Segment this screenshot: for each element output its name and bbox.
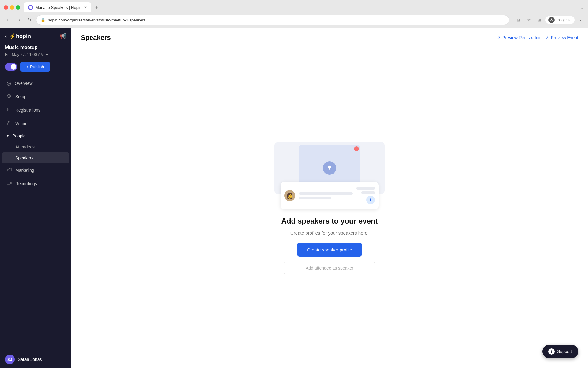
sidebar-section-people[interactable]: ▾ People bbox=[2, 130, 69, 141]
browser-action-buttons: ⊡ ☆ ⊞ Incognito ⋮ bbox=[514, 15, 584, 25]
browser-controls: ← → ↻ 🔒 hopin.com/organisers/events/musi… bbox=[0, 12, 588, 28]
registrations-icon bbox=[7, 107, 12, 113]
setup-icon bbox=[7, 94, 12, 100]
sidebar-item-registrations[interactable]: Registrations bbox=[2, 103, 69, 117]
recordings-label: Recordings bbox=[15, 181, 37, 186]
incognito-button[interactable]: Incognito bbox=[545, 16, 575, 24]
new-window-btn[interactable]: ⌄ bbox=[580, 5, 584, 10]
event-name: Music meetup bbox=[5, 45, 66, 50]
publish-row: ↑ Publish bbox=[0, 62, 71, 77]
illus-mic-btn: 🎙 bbox=[323, 161, 336, 175]
illus-bar-1 bbox=[356, 187, 375, 190]
attendees-label: Attendees bbox=[15, 144, 35, 149]
empty-state-title: Add speakers to your event bbox=[281, 217, 378, 225]
empty-state-subtitle: Create profiles for your speakers here. bbox=[290, 230, 369, 236]
event-more-options-btn[interactable]: ··· bbox=[46, 52, 50, 57]
publish-button[interactable]: ↑ Publish bbox=[20, 62, 50, 72]
browser-nav-buttons: ← → ↻ bbox=[4, 15, 34, 25]
browser-tabs: Manage Speakers | Hopin ✕ + ⌄ bbox=[0, 0, 588, 12]
sidebar-item-setup[interactable]: Setup bbox=[2, 90, 69, 103]
notification-btn[interactable]: 📢 bbox=[59, 33, 66, 40]
support-label: Support bbox=[557, 349, 572, 354]
hopin-logo: ⚡hopin bbox=[9, 33, 34, 40]
people-section-label: People bbox=[12, 133, 26, 138]
publish-label: Publish bbox=[30, 64, 44, 69]
browser-more-btn[interactable]: ⋮ bbox=[576, 15, 584, 25]
new-tab-button[interactable]: + bbox=[92, 3, 101, 12]
recordings-icon bbox=[7, 181, 12, 187]
sidebar-header: ‹ ⚡hopin 📢 bbox=[0, 28, 71, 42]
preview-event-btn[interactable]: ↗ Preview Event bbox=[545, 35, 578, 40]
marketing-label: Marketing bbox=[15, 168, 34, 173]
preview-registration-btn[interactable]: ↗ Preview Registration bbox=[497, 35, 541, 40]
event-date: Fri, May 27, 11:00 AM ··· bbox=[5, 52, 66, 57]
user-avatar: SJ bbox=[5, 355, 15, 364]
main-header: Speakers ↗ Preview Registration ↗ Previe… bbox=[71, 28, 588, 48]
preview-registration-icon: ↗ bbox=[497, 35, 500, 40]
address-bar[interactable]: 🔒 hopin.com/organisers/events/music-meet… bbox=[36, 15, 509, 25]
user-initials: SJ bbox=[7, 357, 12, 362]
illus-recording-dot bbox=[354, 146, 359, 151]
tabs-right-controls: ⌄ bbox=[580, 5, 584, 10]
close-traffic-light[interactable] bbox=[4, 5, 8, 10]
incognito-label: Incognito bbox=[556, 18, 571, 22]
sidebar-item-marketing[interactable]: Marketing bbox=[2, 163, 69, 177]
sidebar-item-recordings[interactable]: Recordings bbox=[2, 177, 69, 190]
tab-title: Manage Speakers | Hopin bbox=[36, 5, 81, 10]
venue-label: Venue bbox=[15, 121, 28, 126]
support-icon: ? bbox=[548, 348, 555, 355]
main-content: Speakers ↗ Preview Registration ↗ Previe… bbox=[71, 28, 588, 368]
sidebar-back-btn[interactable]: ‹ bbox=[5, 33, 7, 40]
sidebar-item-overview[interactable]: ◎ Overview bbox=[2, 77, 69, 90]
illus-line-1 bbox=[299, 192, 353, 195]
illus-right-section: + bbox=[356, 187, 375, 204]
sidebar-footer: SJ Sarah Jonas bbox=[0, 351, 71, 368]
add-attendee-as-speaker-input[interactable]: Add attendee as speaker bbox=[284, 262, 375, 274]
live-toggle[interactable] bbox=[5, 63, 17, 71]
illus-add-btn: + bbox=[366, 196, 375, 204]
back-browser-btn[interactable]: ← bbox=[4, 15, 13, 25]
preview-event-label: Preview Event bbox=[551, 35, 578, 40]
active-browser-tab[interactable]: Manage Speakers | Hopin ✕ bbox=[24, 2, 91, 12]
speakers-illustration: 🎙 👩 + bbox=[274, 142, 385, 209]
illus-text-lines bbox=[299, 192, 353, 199]
svg-point-0 bbox=[29, 6, 32, 9]
incognito-icon bbox=[548, 17, 555, 23]
publish-icon: ↑ bbox=[26, 65, 28, 69]
svg-rect-3 bbox=[7, 108, 11, 111]
illus-line-2 bbox=[299, 197, 331, 199]
bookmark-icon[interactable]: ☆ bbox=[525, 16, 533, 24]
reload-browser-btn[interactable]: ↻ bbox=[24, 15, 34, 25]
page-title: Speakers bbox=[81, 34, 111, 42]
preview-event-icon: ↗ bbox=[545, 35, 549, 40]
main-body: 🎙 👩 + bbox=[71, 48, 588, 368]
sidebar-item-venue[interactable]: Venue bbox=[2, 117, 69, 130]
traffic-lights bbox=[4, 5, 20, 10]
empty-state: 🎙 👩 + bbox=[253, 142, 406, 274]
preview-registration-label: Preview Registration bbox=[502, 35, 541, 40]
illus-speaker-card: 👩 + bbox=[281, 182, 379, 209]
browser-profile-icon[interactable]: ⊞ bbox=[535, 16, 544, 24]
sidebar-item-speakers[interactable]: Speakers bbox=[2, 152, 69, 163]
minimize-traffic-light[interactable] bbox=[10, 5, 14, 10]
add-attendee-placeholder: Add attendee as speaker bbox=[306, 266, 353, 270]
svg-text:⚡hopin: ⚡hopin bbox=[9, 33, 31, 40]
illus-avatar: 👩 bbox=[284, 190, 295, 201]
forward-browser-btn[interactable]: → bbox=[14, 15, 23, 25]
venue-icon bbox=[7, 121, 12, 127]
url-text: hopin.com/organisers/events/music-meetup… bbox=[48, 18, 145, 22]
support-button[interactable]: ? Support bbox=[542, 345, 578, 358]
create-speaker-profile-btn[interactable]: Create speaker profile bbox=[297, 243, 362, 257]
app-container: ‹ ⚡hopin 📢 Music meetup Fri, May 27, 11:… bbox=[0, 28, 588, 368]
sidebar-item-attendees[interactable]: Attendees bbox=[2, 141, 69, 152]
tab-close-btn[interactable]: ✕ bbox=[84, 5, 87, 10]
lock-icon: 🔒 bbox=[41, 18, 45, 22]
maximize-traffic-light[interactable] bbox=[16, 5, 20, 10]
cast-icon[interactable]: ⊡ bbox=[514, 16, 523, 24]
event-date-text: Fri, May 27, 11:00 AM bbox=[5, 52, 44, 57]
overview-label: Overview bbox=[15, 81, 32, 86]
header-actions: ↗ Preview Registration ↗ Preview Event bbox=[497, 35, 578, 40]
browser-chrome: Manage Speakers | Hopin ✕ + ⌄ ← → ↻ 🔒 ho… bbox=[0, 0, 588, 28]
setup-label: Setup bbox=[15, 94, 27, 99]
sidebar: ‹ ⚡hopin 📢 Music meetup Fri, May 27, 11:… bbox=[0, 28, 71, 368]
